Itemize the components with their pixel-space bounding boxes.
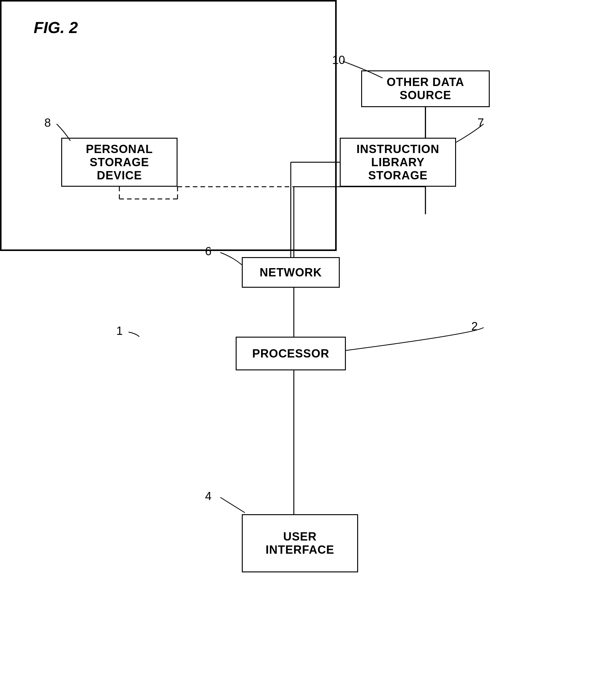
network-label: NETWORK — [259, 266, 322, 279]
ref-1: 1 — [116, 324, 123, 338]
instruction-library-label: INSTRUCTION LIBRARY STORAGE — [341, 143, 455, 182]
processor-box: PROCESSOR — [236, 337, 346, 370]
ref-6: 6 — [205, 245, 211, 258]
ref-2: 2 — [471, 320, 478, 333]
ref-4: 4 — [205, 490, 211, 503]
processor-label: PROCESSOR — [252, 347, 329, 360]
other-data-source-label: OTHER DATA SOURCE — [362, 76, 489, 102]
ref-7: 7 — [478, 116, 484, 129]
personal-storage-box: PERSONAL STORAGE DEVICE — [61, 138, 178, 187]
network-box: NETWORK — [242, 257, 340, 288]
other-data-source-box: OTHER DATA SOURCE — [361, 70, 490, 107]
diagram-container: FIG. 2 — [0, 0, 610, 700]
user-interface-label: USER INTERFACE — [266, 530, 334, 556]
instruction-library-box: INSTRUCTION LIBRARY STORAGE — [340, 138, 456, 187]
user-interface-box: USER INTERFACE — [242, 514, 358, 572]
personal-storage-label: PERSONAL STORAGE DEVICE — [62, 143, 177, 182]
ref-8: 8 — [44, 116, 51, 129]
figure-title: FIG. 2 — [34, 18, 78, 37]
ref-10: 10 — [332, 53, 345, 67]
